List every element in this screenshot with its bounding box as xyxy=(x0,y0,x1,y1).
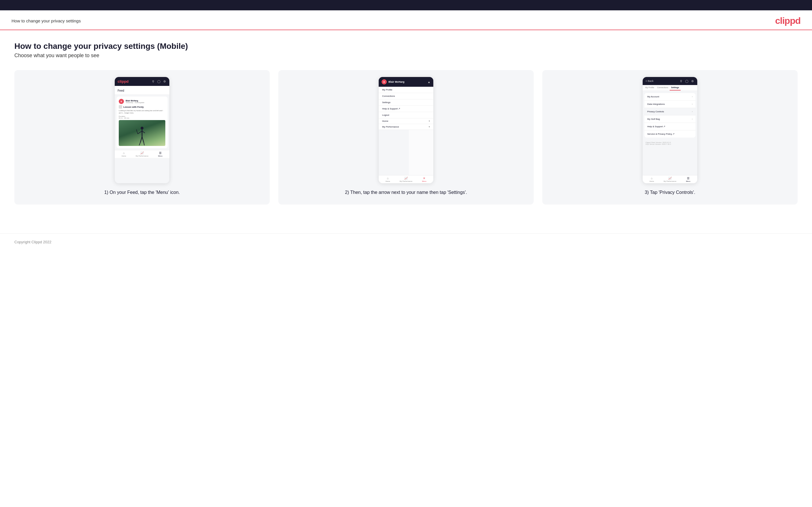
header: How to change your privacy settings clip… xyxy=(0,10,812,30)
search-icon: ⚲ xyxy=(151,79,155,83)
settings-data-integrations: Data Integrations › xyxy=(644,101,696,108)
top-bar xyxy=(0,0,812,10)
svg-line-6 xyxy=(139,143,140,145)
feed-label: Feed xyxy=(117,89,124,92)
version-gql: GQL Server Version: 2022.7.30-1 xyxy=(646,143,695,145)
settings-back-bar: < Back ⚲ ◯ ⚙ xyxy=(643,77,697,85)
chevron-perf-icon: ▾ xyxy=(429,125,430,128)
nav-performance-3: 📈 My Performance xyxy=(661,177,679,182)
user-meta: Yesterday · Sunningdale xyxy=(125,102,144,103)
footer-copyright: Copyright Clippd 2022 xyxy=(14,240,51,244)
svg-line-8 xyxy=(144,143,144,145)
settings-privacy-controls: Privacy Controls › xyxy=(644,108,696,115)
post-user: B Blair McHarg Yesterday · Sunningdale xyxy=(119,99,165,104)
menu-nav-perf-label: My Performance xyxy=(382,125,399,128)
chevron-home-icon: ▾ xyxy=(429,120,430,122)
post-text: Looking to feel like my hands are exitin… xyxy=(119,109,165,114)
svg-line-3 xyxy=(136,129,138,134)
menu-connections: Connections xyxy=(379,93,433,99)
nav-menu-label-3: Menu xyxy=(686,180,691,182)
settings-tabs: My Profile Connections Settings xyxy=(643,85,697,91)
post-title-row: Lesson with Fordy xyxy=(119,105,165,109)
user-icon-3: ◯ xyxy=(684,79,689,83)
version-info: Clippd Client Version: 2022.8.3-3 GQL Se… xyxy=(643,140,697,147)
settings-my-account: My Account › xyxy=(644,93,696,101)
nav-menu-label: Menu xyxy=(158,155,162,157)
app-topbar-1: clippd ⚲ ◯ ⚙ xyxy=(115,77,169,86)
chart-icon-3: 📈 xyxy=(668,177,672,180)
close-icon: ✕ xyxy=(423,177,425,180)
nav-performance: 📈 My Performance xyxy=(133,151,151,157)
menu-user-avatar: B xyxy=(382,79,387,84)
data-integrations-label: Data Integrations xyxy=(647,103,665,105)
user-avatar: B xyxy=(119,99,124,104)
menu-help-support: Help & Support ↗ xyxy=(379,106,433,112)
my-golf-bag-label: My Golf Bag xyxy=(647,118,660,120)
bottom-nav-1: ⌂ Home 📈 My Performance ☰ Menu xyxy=(115,150,169,158)
nav-menu-3: ☰ Menu xyxy=(679,177,697,182)
app-icons-1: ⚲ ◯ ⚙ xyxy=(151,79,166,83)
help-support-label: Help & Support ↗ xyxy=(647,125,665,128)
step-card-3: < Back ⚲ ◯ ⚙ My Profile Connections Sett… xyxy=(542,70,798,205)
settings-mockup: < Back ⚲ ◯ ⚙ My Profile Connections Sett… xyxy=(643,77,697,183)
post-icon xyxy=(119,105,122,109)
settings-icon: ⚙ xyxy=(162,79,166,83)
feed-post: B Blair McHarg Yesterday · Sunningdale L… xyxy=(116,97,168,148)
nav-performance-label-3: My Performance xyxy=(664,180,676,182)
menu-nav-performance: My Performance ▾ xyxy=(379,124,433,130)
nav-performance-label: My Performance xyxy=(136,155,148,157)
chevron-golf-bag-icon: › xyxy=(692,118,693,120)
chart-icon: 📈 xyxy=(140,151,144,155)
home-icon-3: ⌂ xyxy=(651,177,653,180)
settings-list: My Account › Data Integrations › Privacy… xyxy=(644,93,696,137)
menu-mockup: clippd ⚲ ◯ ⚙ B Blair McHarg ▲ xyxy=(379,77,433,183)
step-card-2: clippd ⚲ ◯ ⚙ B Blair McHarg ▲ xyxy=(278,70,534,205)
settings-service-privacy: Service & Privacy Policy ↗ xyxy=(644,130,696,137)
page-subheading: Choose what you want people to see xyxy=(14,53,798,59)
nav-home-3: ⌂ Home xyxy=(643,177,661,182)
svg-line-2 xyxy=(138,131,142,134)
search-icon-3: ⚲ xyxy=(679,79,683,83)
svg-point-0 xyxy=(141,127,144,129)
menu-user-left: B Blair McHarg xyxy=(382,79,405,84)
chevron-up-icon: ▲ xyxy=(427,80,430,83)
bottom-nav-3: ⌂ Home 📈 My Performance ☰ Menu xyxy=(643,175,697,183)
home-icon-2: ⌂ xyxy=(387,177,389,180)
tab-settings: Settings xyxy=(670,85,680,91)
menu-settings: Settings xyxy=(379,99,433,106)
nav-home: ⌂ Home xyxy=(115,151,133,157)
post-image xyxy=(119,120,165,146)
tab-connections: Connections xyxy=(656,85,670,91)
header-title: How to change your privacy settings xyxy=(11,18,81,23)
footer: Copyright Clippd 2022 xyxy=(0,233,812,250)
menu-user-name: Blair McHarg xyxy=(389,80,405,83)
tab-my-profile: My Profile xyxy=(644,85,656,91)
svg-line-5 xyxy=(140,137,142,143)
steps-grid: clippd ⚲ ◯ ⚙ Feed B Blair Mc xyxy=(14,70,798,205)
settings-icon-3: ⚙ xyxy=(691,79,695,83)
chevron-account-icon: › xyxy=(692,95,693,98)
nav-close: ✕ Menu xyxy=(415,177,433,182)
user-icon: ◯ xyxy=(157,79,161,83)
menu-logout: Logout xyxy=(379,112,433,118)
chevron-integrations-icon: › xyxy=(692,103,693,105)
nav-menu: ☰ Menu xyxy=(151,151,169,157)
step-1-description: 1) On your Feed, tap the 'Menu' icon. xyxy=(104,189,180,196)
step-3-description: 3) Tap 'Privacy Controls'. xyxy=(645,189,695,196)
settings-help-support: Help & Support ↗ xyxy=(644,123,696,130)
nav-close-label: Menu xyxy=(422,180,426,182)
menu-nav-home: Home ▾ xyxy=(379,118,433,124)
user-info: Blair McHarg Yesterday · Sunningdale xyxy=(125,100,144,103)
nav-home-label-2: Home xyxy=(386,180,390,182)
menu-icon: ☰ xyxy=(159,151,162,155)
nav-performance-2: 📈 My Performance xyxy=(397,177,415,182)
menu-dropdown: B Blair McHarg ▲ My Profile Connections … xyxy=(379,77,433,130)
privacy-controls-label: Privacy Controls xyxy=(647,110,664,113)
app-logo-1: clippd xyxy=(117,79,129,83)
home-icon: ⌂ xyxy=(123,151,125,155)
clippd-logo: clippd xyxy=(775,15,801,26)
feed-header: Feed xyxy=(115,86,169,95)
main-content: How to change your privacy settings (Mob… xyxy=(0,30,812,233)
menu-user-row: B Blair McHarg ▲ xyxy=(379,77,433,87)
post-duration: Duration01 hr : 30 min xyxy=(119,115,165,119)
